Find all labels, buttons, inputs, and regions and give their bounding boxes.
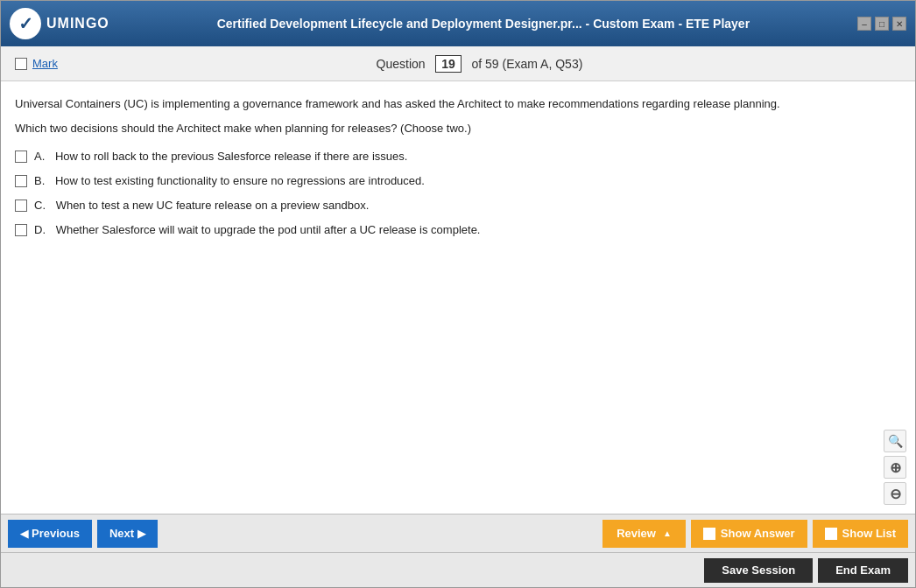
next-arrow-icon: ▶ <box>137 528 145 540</box>
end-exam-button[interactable]: End Exam <box>818 558 908 583</box>
app-window: ✓ UMINGO Certified Development Lifecycle… <box>0 0 916 588</box>
question-text-1: Universal Containers (UC) is implementin… <box>15 95 901 113</box>
option-b: B. How to test existing functionality to… <box>15 173 901 189</box>
nav-bar: ◀ Previous Next ▶ Review ▲ Show Answer S… <box>1 514 915 552</box>
next-button[interactable]: Next ▶ <box>97 520 158 548</box>
question-label: Question <box>377 57 426 71</box>
option-b-letter: B. <box>34 173 48 189</box>
show-answer-label: Show Answer <box>721 527 795 540</box>
show-list-icon <box>825 528 837 540</box>
window-controls: – □ ✕ <box>857 17 906 31</box>
close-button[interactable]: ✕ <box>892 17 906 31</box>
minimize-button[interactable]: – <box>857 17 871 31</box>
show-answer-icon <box>703 528 715 540</box>
previous-label: Previous <box>32 527 80 540</box>
action-bar: Save Session End Exam <box>1 552 915 587</box>
option-d-checkbox[interactable] <box>15 224 27 236</box>
logo-checkmark: ✓ <box>18 13 33 34</box>
question-number-box: 19 <box>435 55 462 73</box>
logo-icon: ✓ <box>10 8 41 39</box>
mark-area: Mark <box>15 57 58 70</box>
answer-options: A. How to roll back to the previous Sale… <box>15 149 901 239</box>
zoom-icons: 🔍 ⊕ ⊖ <box>884 430 906 505</box>
option-c-checkbox[interactable] <box>15 200 27 212</box>
option-c-letter: C. <box>34 198 49 214</box>
option-b-checkbox[interactable] <box>15 175 27 187</box>
titlebar: ✓ UMINGO Certified Development Lifecycle… <box>1 1 915 46</box>
option-d-text: Whether Salesforce will wait to upgrade … <box>56 222 481 238</box>
mark-label[interactable]: Mark <box>32 57 58 70</box>
logo-text: UMINGO <box>46 16 109 32</box>
option-c: C. When to test a new UC feature release… <box>15 198 901 214</box>
next-label: Next <box>109 527 134 540</box>
search-icon[interactable]: 🔍 <box>884 430 906 452</box>
question-info: of 59 (Exam A, Q53) <box>472 57 583 71</box>
prev-arrow-icon: ◀ <box>20 528 28 540</box>
option-d-letter: D. <box>34 222 49 238</box>
option-a: A. How to roll back to the previous Sale… <box>15 149 901 164</box>
show-list-label: Show List <box>842 527 896 540</box>
save-session-button[interactable]: Save Session <box>704 558 813 583</box>
review-button[interactable]: Review ▲ <box>602 520 686 548</box>
review-label: Review <box>617 527 656 540</box>
zoom-in-icon[interactable]: ⊕ <box>884 456 906 479</box>
review-arrow-icon: ▲ <box>663 528 672 538</box>
show-answer-button[interactable]: Show Answer <box>691 520 807 548</box>
mark-checkbox[interactable] <box>15 58 27 70</box>
option-c-text: When to test a new UC feature release on… <box>56 198 370 214</box>
content-area: Universal Containers (UC) is implementin… <box>1 81 915 514</box>
end-exam-label: End Exam <box>835 564 891 577</box>
option-a-text: How to roll back to the previous Salesfo… <box>55 149 407 164</box>
logo-area: ✓ UMINGO <box>10 8 109 39</box>
question-header: Mark Question 19 of 59 (Exam A, Q53) <box>1 46 915 81</box>
window-title: Certified Development Lifecycle and Depl… <box>109 17 857 31</box>
question-text-2: Which two decisions should the Architect… <box>15 122 901 135</box>
zoom-out-icon[interactable]: ⊖ <box>884 482 906 505</box>
save-session-label: Save Session <box>722 564 795 577</box>
question-number-area: Question 19 of 59 (Exam A, Q53) <box>58 55 901 73</box>
option-a-checkbox[interactable] <box>15 150 27 163</box>
option-b-text: How to test existing functionality to en… <box>55 173 425 189</box>
restore-button[interactable]: □ <box>875 17 889 31</box>
show-list-button[interactable]: Show List <box>813 520 908 548</box>
option-a-letter: A. <box>34 149 48 164</box>
previous-button[interactable]: ◀ Previous <box>8 520 92 548</box>
option-d: D. Whether Salesforce will wait to upgra… <box>15 222 901 238</box>
